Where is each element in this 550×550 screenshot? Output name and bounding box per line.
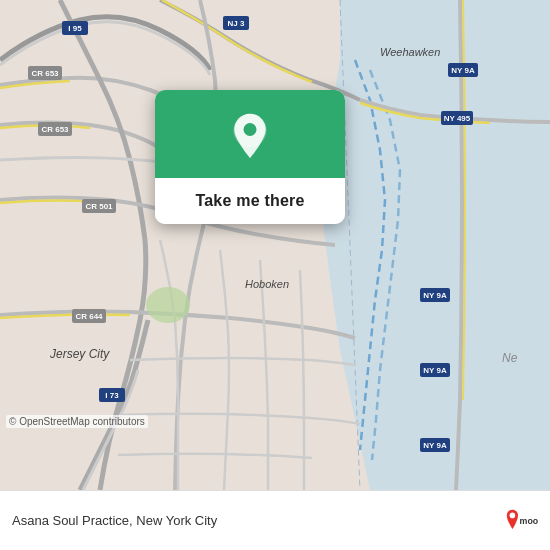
popup-card: Take me there [155, 90, 345, 224]
svg-text:NJ 3: NJ 3 [228, 19, 245, 28]
svg-point-33 [244, 123, 257, 136]
svg-text:CR 644: CR 644 [75, 312, 103, 321]
moovit-logo-icon: moovit [506, 505, 538, 537]
svg-point-3 [146, 287, 190, 323]
svg-marker-1 [320, 0, 550, 490]
svg-text:NY 9A: NY 9A [423, 441, 447, 450]
popup-top [155, 90, 345, 178]
svg-text:moovit: moovit [520, 516, 538, 526]
map-container: I 95 NJ 3 CR 653 CR 653 NY 9A NY 495 CR … [0, 0, 550, 490]
svg-text:NY 9A: NY 9A [451, 66, 475, 75]
svg-text:Ne: Ne [502, 351, 518, 365]
svg-text:Jersey City: Jersey City [49, 347, 110, 361]
svg-point-35 [510, 512, 516, 518]
svg-text:I 73: I 73 [105, 391, 119, 400]
svg-text:Hoboken: Hoboken [245, 278, 289, 290]
svg-text:CR 653: CR 653 [31, 69, 59, 78]
svg-text:NY 9A: NY 9A [423, 366, 447, 375]
take-me-there-button[interactable]: Take me there [155, 178, 345, 224]
moovit-logo: moovit [506, 505, 538, 537]
bottom-bar: Asana Soul Practice, New York City moovi… [0, 490, 550, 550]
location-name: Asana Soul Practice, New York City [12, 513, 506, 528]
location-pin-icon [229, 112, 271, 160]
svg-text:CR 653: CR 653 [41, 125, 69, 134]
svg-text:I 95: I 95 [68, 24, 82, 33]
svg-text:Weehawken: Weehawken [380, 46, 440, 58]
svg-text:NY 9A: NY 9A [423, 291, 447, 300]
svg-text:NY 495: NY 495 [444, 114, 471, 123]
svg-text:CR 501: CR 501 [85, 202, 113, 211]
osm-credit: © OpenStreetMap contributors [6, 415, 148, 428]
